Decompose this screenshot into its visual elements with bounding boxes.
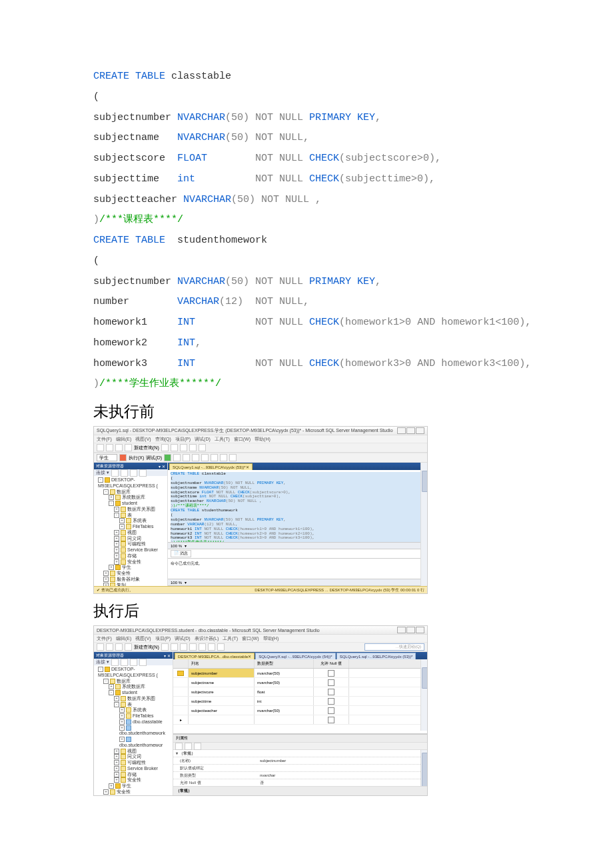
- allow-null-checkbox[interactable]: [328, 707, 334, 714]
- execute-icon[interactable]: [119, 454, 127, 461]
- window-title: SQLQuery1.sql - DESKTOP-M93ELPCA\SQLEXPR…: [97, 427, 393, 434]
- vertical-scrollbar[interactable]: [420, 659, 427, 731]
- save-icon[interactable]: [125, 444, 132, 451]
- table-designer-grid[interactable]: 列名 数据类型 允许 Null 值 subjectnumbernvarchar(…: [173, 659, 427, 734]
- db-icon[interactable]: [161, 444, 169, 451]
- allow-null-checkbox[interactable]: [328, 698, 334, 705]
- nav-fwd-icon[interactable]: [106, 444, 113, 451]
- window-buttons[interactable]: [396, 627, 424, 634]
- check-icon[interactable]: [164, 454, 171, 461]
- sql-editor[interactable]: CREATE TABLE classtable ( subjectnumber …: [168, 470, 427, 542]
- toolbar[interactable]: 新建查询(N) …快速启动(Q): [94, 642, 427, 652]
- tab-sql1[interactable]: SQLQuery1.sql -...93ELPCA\cyydx (53))*: [336, 653, 416, 659]
- screenshot-after: DESKTOP-M93ELPCA\SQLEXPRESS.student - db…: [93, 625, 428, 796]
- window-title: DESKTOP-M93ELPCA\SQLEXPRESS.student - db…: [97, 628, 320, 633]
- heading-after: 执行后: [93, 601, 533, 621]
- allow-null-checkbox[interactable]: [328, 670, 334, 677]
- categorized-icon[interactable]: [175, 743, 183, 750]
- vertical-scrollbar[interactable]: [420, 750, 427, 786]
- vertical-scrollbar[interactable]: [420, 463, 427, 586]
- allow-null-checkbox[interactable]: [328, 679, 334, 686]
- db-selector[interactable]: 学生: [97, 454, 117, 461]
- new-query-button[interactable]: 新建查询(N): [134, 644, 159, 651]
- tab-designer[interactable]: DESKTOP-M93ELPCA...dbo.classtable ✕: [175, 653, 255, 659]
- execute-button[interactable]: 执行(X): [129, 455, 144, 461]
- column-properties[interactable]: 列属性 ▾ （常规） (名称)subjectnumber 默认值或绑定 数据类型…: [173, 734, 427, 795]
- toolbar[interactable]: 新建查询(N): [94, 443, 427, 453]
- heading-before: 未执行前: [93, 401, 533, 422]
- allow-null-checkbox[interactable]: [328, 689, 334, 695]
- nav-back-icon[interactable]: [97, 444, 104, 451]
- object-explorer[interactable]: 对象资源管理器▾ ✕ 连接 ▾ -DESKTOP-M93ELPCA\SQLEXP…: [94, 652, 173, 795]
- messages-pane: 命令已成功完成。: [168, 559, 427, 579]
- screenshot-before: SQLQuery1.sql - DESKTOP-M93ELPCA\SQLEXPR…: [93, 426, 428, 594]
- object-explorer[interactable]: 对象资源管理器▾ ✕ 连接 ▾ -DESKTOP-M93ELPCA\SQLEXP…: [94, 463, 168, 586]
- panel-close-icon[interactable]: ▾ ✕: [159, 464, 165, 469]
- panel-close-icon[interactable]: ▾ ✕: [164, 653, 171, 658]
- open-icon[interactable]: [115, 444, 123, 451]
- debug-button[interactable]: 调试(D): [146, 455, 162, 461]
- tab-sql2[interactable]: SQLQueryX.sql -...93ELPCA\cyydx (54))*: [255, 653, 335, 659]
- tab-sqlquery[interactable]: SQLQuery1.sql -...93ELPCA\cyydx (53))* ✕: [169, 463, 253, 470]
- toolbar-2[interactable]: 学生 执行(X) 调试(D): [94, 453, 427, 463]
- primary-key-icon: [177, 671, 184, 676]
- window-buttons[interactable]: [396, 427, 424, 435]
- connect-button[interactable]: 连接 ▾: [96, 469, 109, 476]
- messages-tab[interactable]: 📄 消息: [171, 550, 191, 557]
- sql-code-block: CREATE TABLE classtable ( subjectnumber …: [93, 67, 533, 395]
- menubar[interactable]: 文件(F)编辑(E)视图(V)项目(P)调试(D)表设计器(L)工具(T)窗口(…: [94, 635, 427, 642]
- menubar[interactable]: 文件(F)编辑(E)视图(V)查询(Q)项目(P)调试(D)工具(T)窗口(W)…: [94, 435, 427, 443]
- new-query-button[interactable]: 新建查询(N): [134, 445, 159, 451]
- alphabetical-icon[interactable]: [185, 743, 192, 750]
- connect-button[interactable]: 连接 ▾: [96, 659, 109, 665]
- quick-launch-input[interactable]: …快速启动(Q): [364, 643, 424, 651]
- zoom-label[interactable]: 100 %: [171, 544, 182, 548]
